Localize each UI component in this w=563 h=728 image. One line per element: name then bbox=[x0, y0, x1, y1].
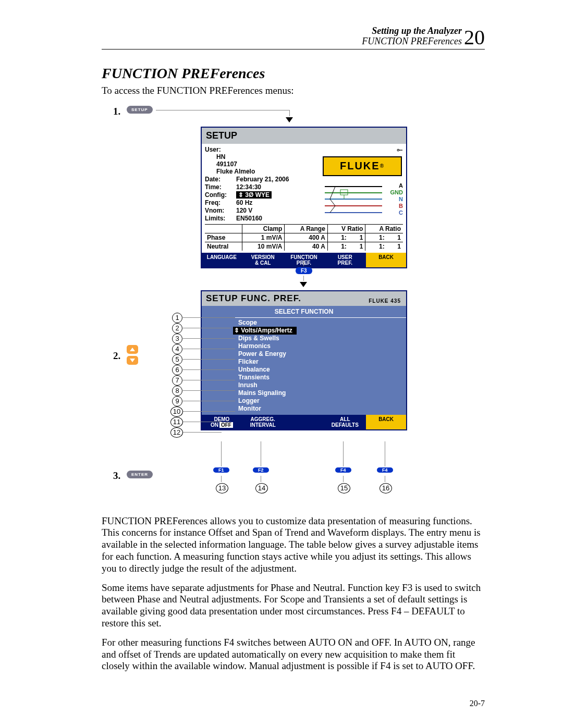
connector-line bbox=[385, 441, 385, 466]
softkey-version-cal[interactable]: VERSION & CAL bbox=[243, 253, 284, 267]
callout-13: 13 bbox=[216, 483, 228, 493]
leader bbox=[182, 349, 235, 349]
lbl-c: C bbox=[399, 209, 403, 216]
func-item-power[interactable]: Power & Energy bbox=[238, 350, 406, 358]
connector-line bbox=[303, 276, 304, 281]
vnom-label: Vnom: bbox=[205, 207, 236, 214]
table-row: Phase 1 mV/A 400 A 1: 1 1: 1 bbox=[205, 233, 403, 242]
func-item-harmonics[interactable]: Harmonics bbox=[238, 342, 406, 350]
f4b-key[interactable]: F4 bbox=[377, 467, 393, 473]
func-item-transients[interactable]: Transients bbox=[238, 374, 406, 381]
header-line2: FUNCTION PREFerences bbox=[362, 36, 462, 47]
connector-line bbox=[303, 259, 304, 266]
config-label: Config: bbox=[205, 191, 236, 199]
header-line1: Setting up the Analyzer bbox=[362, 26, 462, 36]
config-value[interactable]: ⇕ 3Ø WYE bbox=[236, 191, 272, 199]
callout-4: 4 bbox=[172, 344, 182, 354]
enter-button[interactable]: ENTER bbox=[127, 471, 153, 478]
arrow-up-button[interactable] bbox=[127, 345, 138, 354]
softkey-back-2[interactable]: BACK bbox=[366, 415, 406, 429]
softkey-empty bbox=[284, 415, 325, 429]
callout-10: 10 bbox=[170, 406, 183, 417]
func-item-dips[interactable]: Dips & Swells bbox=[238, 335, 406, 342]
user-label: User: bbox=[205, 146, 221, 153]
body-paragraph-3: For other measuring functions F4 switche… bbox=[102, 637, 485, 672]
func-item-unbalance[interactable]: Unbalance bbox=[238, 366, 406, 374]
func-item-inrush[interactable]: Inrush bbox=[238, 381, 406, 389]
setup-softkeys: LANGUAGE VERSION & CAL FUNCTION PREF. US… bbox=[202, 253, 406, 267]
connector-line bbox=[343, 476, 344, 482]
func-item-scope[interactable]: Scope bbox=[238, 319, 406, 327]
fluke-logo: FLUKE® bbox=[323, 156, 402, 176]
radio-left-icon: ⟜ bbox=[397, 146, 403, 153]
leader bbox=[182, 390, 235, 391]
body-paragraph-2: Some items have separate adjustments for… bbox=[102, 582, 485, 630]
leader bbox=[182, 338, 235, 339]
date-value: February 21, 2006 bbox=[236, 176, 289, 183]
connector-line bbox=[385, 476, 385, 482]
connector-line bbox=[156, 110, 290, 110]
f2-key[interactable]: F2 bbox=[253, 467, 269, 473]
leader bbox=[183, 422, 222, 422]
select-function-header: SELECT FUNCTION bbox=[202, 307, 406, 318]
connector-line bbox=[261, 476, 261, 482]
date-label: Date: bbox=[205, 176, 236, 183]
f4-key[interactable]: F4 bbox=[335, 467, 351, 473]
func-item-mains[interactable]: Mains Signaling bbox=[238, 389, 406, 397]
page-footer: 20-7 bbox=[470, 699, 485, 708]
leader bbox=[182, 328, 231, 328]
func-item-monitor[interactable]: Monitor bbox=[238, 405, 406, 413]
step-1-number: 1. bbox=[113, 106, 120, 117]
time-value: 12:34:30 bbox=[236, 183, 261, 191]
callout-14: 14 bbox=[255, 483, 268, 493]
softkey-aggreg[interactable]: AGGREG. INTERVAL bbox=[243, 415, 284, 429]
softkey-demo[interactable]: DEMO ONOFF bbox=[202, 415, 243, 429]
connector-line bbox=[221, 441, 222, 466]
limits-value: EN50160 bbox=[236, 215, 262, 222]
f1-key[interactable]: F1 bbox=[213, 467, 229, 473]
func-item-vah[interactable]: ⇕ Volts/Amps/Hertz bbox=[233, 327, 297, 335]
softkey-all-defaults[interactable]: ALL DEFAULTS bbox=[325, 415, 366, 429]
arrow-down-icon bbox=[286, 117, 293, 122]
leader bbox=[183, 432, 222, 433]
softkey-user-pref[interactable]: USER PREF. bbox=[325, 253, 366, 267]
arrow-down-button[interactable] bbox=[127, 356, 138, 365]
f3-key[interactable]: F3 bbox=[296, 267, 312, 274]
lbl-n: N bbox=[399, 196, 403, 202]
connector-line bbox=[261, 441, 261, 466]
func-pref-model: FLUKE 435 bbox=[369, 298, 401, 304]
leader bbox=[182, 359, 235, 360]
callout-15: 15 bbox=[338, 483, 350, 493]
intro-text: To access the FUNCTION PREFerences menus… bbox=[102, 85, 485, 96]
leader bbox=[182, 380, 235, 380]
callout-6: 6 bbox=[172, 365, 182, 375]
vnom-value: 120 V bbox=[236, 207, 252, 214]
setup-button[interactable]: SETUP bbox=[127, 106, 153, 114]
connector-line bbox=[343, 441, 344, 466]
freq-label: Freq: bbox=[205, 199, 236, 206]
softkey-language[interactable]: LANGUAGE bbox=[202, 253, 243, 267]
leader bbox=[183, 411, 235, 412]
leader bbox=[182, 401, 235, 401]
callout-12: 12 bbox=[170, 427, 183, 438]
arrow-down-icon bbox=[300, 282, 307, 287]
connector-line bbox=[289, 110, 290, 116]
callout-5: 5 bbox=[172, 354, 182, 365]
body-paragraph-1: FUNCTION PREFerences allows you to custo… bbox=[102, 515, 485, 575]
callout-11: 11 bbox=[170, 417, 183, 427]
func-item-logger[interactable]: Logger bbox=[238, 397, 406, 405]
step-3-number: 3. bbox=[113, 470, 120, 482]
softkey-function-pref[interactable]: FUNCTION PREF. bbox=[284, 253, 325, 267]
lbl-gnd: GND bbox=[390, 189, 403, 195]
callout-2: 2 bbox=[172, 323, 182, 334]
func-item-flicker[interactable]: Flicker bbox=[238, 358, 406, 366]
callout-8: 8 bbox=[172, 386, 182, 396]
freq-value: 60 Hz bbox=[236, 199, 252, 206]
func-pref-title: SETUP FUNC. PREF. bbox=[206, 293, 301, 304]
chapter-number: 20 bbox=[464, 28, 485, 47]
softkey-back[interactable]: BACK bbox=[366, 253, 406, 267]
leader bbox=[182, 369, 235, 370]
section-title: FUNCTION PREFerences bbox=[102, 65, 485, 82]
func-pref-screen: SETUP FUNC. PREF. FLUKE 435 SELECT FUNCT… bbox=[201, 290, 407, 430]
wye-diagram: A GND N B C bbox=[320, 181, 403, 218]
